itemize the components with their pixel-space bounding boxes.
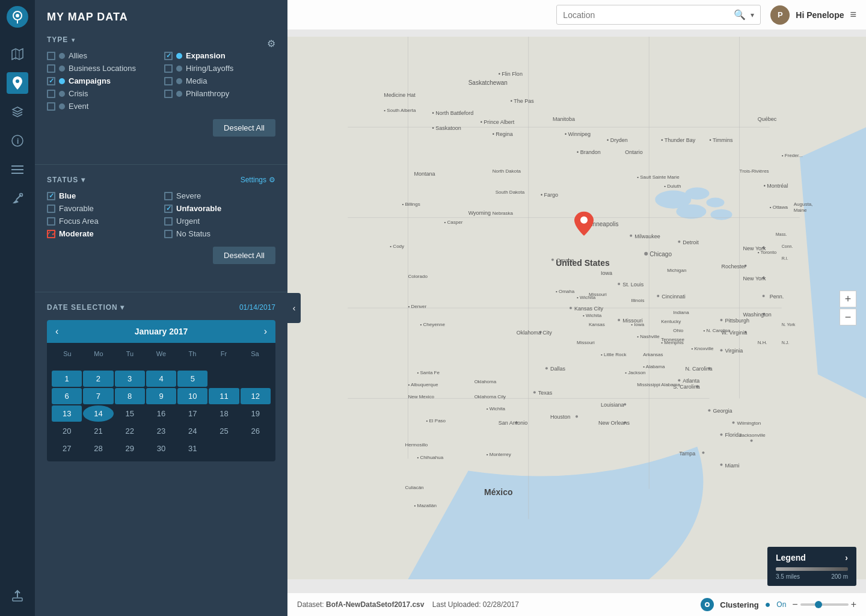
type-item-campaigns[interactable]: Campaigns — [47, 76, 158, 85]
search-icon[interactable]: 🔍 — [734, 9, 746, 20]
cal-day-15[interactable]: 15 — [115, 405, 145, 422]
hiring-checkbox[interactable] — [164, 64, 173, 73]
status-section-title[interactable]: STATUS ▾ — [47, 176, 85, 184]
legend-expand-btn[interactable]: › — [845, 553, 848, 562]
cal-day-27[interactable]: 27 — [52, 440, 82, 457]
cal-day-12[interactable]: 12 — [241, 388, 271, 404]
pin-nav-icon[interactable] — [7, 72, 28, 94]
info-nav-icon[interactable]: i — [7, 130, 28, 152]
status-item-unfavorable[interactable]: Unfavorable — [164, 204, 275, 213]
cal-day-31[interactable]: 31 — [177, 440, 207, 457]
moderate-checkbox[interactable]: ✓ — [47, 230, 55, 238]
cal-day-19[interactable]: 19 — [241, 405, 271, 422]
status-item-moderate[interactable]: ✓ Moderate — [47, 229, 158, 238]
cal-day-25[interactable]: 25 — [209, 423, 239, 439]
cal-day-9[interactable]: 9 — [146, 388, 176, 404]
sidebar-collapse-btn[interactable]: ‹ — [287, 293, 301, 323]
cal-day-20[interactable]: 20 — [52, 423, 82, 439]
location-search-bar[interactable]: 🔍 ▾ — [556, 5, 761, 25]
business-checkbox[interactable] — [47, 64, 55, 73]
map-background[interactable]: United States México Minneapolis Milwauk… — [287, 0, 866, 616]
app-logo[interactable] — [7, 6, 28, 28]
crisis-checkbox[interactable] — [47, 90, 55, 98]
cal-day-1[interactable]: 1 — [52, 371, 82, 387]
slider-track[interactable] — [800, 603, 849, 606]
cal-day-29[interactable]: 29 — [115, 440, 145, 457]
slider-plus-btn[interactable]: + — [851, 599, 856, 610]
cal-day-26[interactable]: 26 — [241, 423, 271, 439]
layers-nav-icon[interactable] — [7, 101, 28, 123]
type-item-hiring[interactable]: Hiring/Layoffs — [164, 64, 275, 73]
location-input[interactable] — [563, 10, 729, 20]
cal-day-14[interactable]: 14 — [83, 405, 113, 422]
cal-day-17[interactable]: 17 — [177, 405, 207, 422]
type-settings-gear[interactable]: ⚙ — [267, 38, 275, 49]
export-nav-icon[interactable] — [7, 585, 28, 606]
status-item-blue[interactable]: Blue — [47, 191, 158, 200]
cal-prev-btn[interactable]: ‹ — [55, 326, 58, 337]
cal-next-btn[interactable]: › — [264, 326, 267, 337]
focus-checkbox[interactable] — [47, 217, 55, 226]
cal-day-18[interactable]: 18 — [209, 405, 239, 422]
zoom-out-btn[interactable]: − — [840, 309, 856, 325]
blue-checkbox[interactable] — [47, 192, 55, 200]
philanthropy-checkbox[interactable] — [164, 90, 173, 98]
type-section-title[interactable]: TYPE ▾ — [47, 35, 75, 44]
cal-day-8[interactable]: 8 — [115, 388, 145, 404]
cal-day-28[interactable]: 28 — [83, 440, 113, 457]
media-checkbox[interactable] — [164, 77, 173, 85]
clustering-slider[interactable]: − + — [792, 599, 856, 610]
svg-text:Georgia: Georgia — [713, 408, 732, 414]
cal-day-6[interactable]: 6 — [52, 388, 82, 404]
cal-day-5[interactable]: 5 — [177, 371, 207, 387]
date-section-title[interactable]: DATE SELECTION ▾ — [47, 303, 124, 312]
cal-day-10[interactable]: 10 — [177, 388, 207, 404]
map-nav-icon[interactable] — [7, 43, 28, 65]
status-item-nostatus[interactable]: No Status — [164, 229, 275, 238]
type-item-business[interactable]: Business Locations — [47, 64, 158, 73]
cal-day-21[interactable]: 21 — [83, 423, 113, 439]
cal-day-16[interactable]: 16 — [146, 405, 176, 422]
event-checkbox[interactable] — [47, 102, 55, 111]
zoom-in-btn[interactable]: + — [840, 291, 856, 307]
cal-day-3[interactable]: 3 — [115, 371, 145, 387]
type-item-event[interactable]: Event — [47, 102, 158, 111]
type-item-allies[interactable]: Allies — [47, 51, 158, 60]
status-settings-link[interactable]: Settings ⚙ — [241, 176, 275, 184]
cal-day-11[interactable]: 11 — [209, 388, 239, 404]
svg-point-38 — [644, 252, 648, 256]
urgent-checkbox[interactable] — [164, 217, 173, 226]
severe-checkbox[interactable] — [164, 192, 173, 200]
nostatus-checkbox[interactable] — [164, 230, 173, 238]
cal-day-30[interactable]: 30 — [146, 440, 176, 457]
slider-minus-btn[interactable]: − — [792, 599, 797, 610]
favorable-checkbox[interactable] — [47, 205, 55, 213]
allies-checkbox[interactable] — [47, 52, 55, 60]
status-item-severe[interactable]: Severe — [164, 191, 275, 200]
status-item-focus[interactable]: Focus Area — [47, 217, 158, 226]
search-caret-icon[interactable]: ▾ — [751, 11, 754, 19]
user-menu-btn[interactable]: ≡ — [850, 8, 856, 21]
cal-day-23[interactable]: 23 — [146, 423, 176, 439]
unfavorable-checkbox[interactable] — [164, 205, 173, 213]
type-item-crisis[interactable]: Crisis — [47, 89, 158, 98]
list-nav-icon[interactable] — [7, 159, 28, 180]
cal-day-24[interactable]: 24 — [177, 423, 207, 439]
cal-day-22[interactable]: 22 — [115, 423, 145, 439]
cal-day-2[interactable]: 2 — [83, 371, 113, 387]
cal-day-4[interactable]: 4 — [146, 371, 176, 387]
status-item-urgent[interactable]: Urgent — [164, 217, 275, 226]
type-item-philanthropy[interactable]: Philanthropy — [164, 89, 275, 98]
tool-nav-icon[interactable] — [7, 188, 28, 209]
status-deselect-btn[interactable]: Deselect All — [213, 247, 275, 264]
slider-thumb[interactable] — [815, 601, 822, 608]
cal-day-7[interactable]: 7 — [83, 388, 113, 404]
status-item-favorable[interactable]: Favorable — [47, 204, 158, 213]
cal-day-13[interactable]: 13 — [52, 405, 82, 422]
expansion-checkbox[interactable] — [164, 52, 173, 60]
type-deselect-btn[interactable]: Deselect All — [213, 119, 275, 137]
clustering-toggle[interactable]: On — [776, 600, 786, 609]
campaigns-checkbox[interactable] — [47, 77, 55, 85]
type-item-media[interactable]: Media — [164, 76, 275, 85]
type-item-expansion[interactable]: Expansion — [164, 51, 275, 60]
